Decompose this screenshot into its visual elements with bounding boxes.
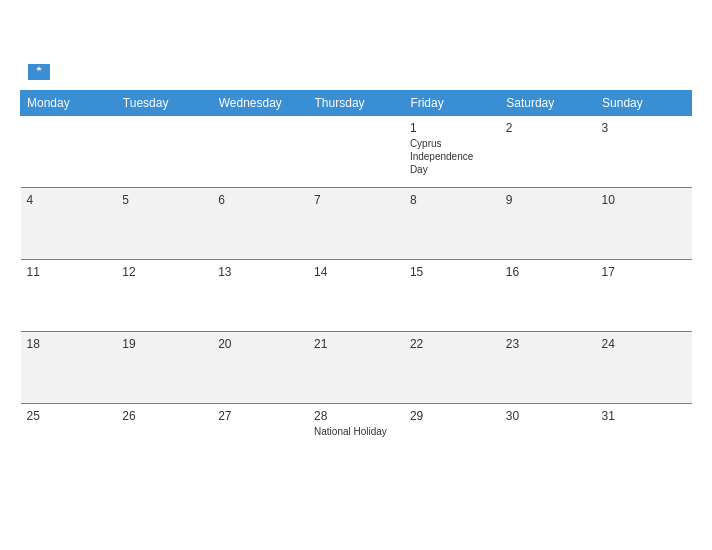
day-cell-5-3: 27 [212, 404, 308, 476]
day-cell-2-3: 6 [212, 188, 308, 260]
day-cell-3-3: 13 [212, 260, 308, 332]
day-number: 11 [27, 265, 111, 279]
day-cell-1-6: 2 [500, 116, 596, 188]
week-row-2: 45678910 [21, 188, 692, 260]
day-number: 1 [410, 121, 494, 135]
svg-rect-1 [28, 72, 50, 80]
day-cell-1-7: 3 [596, 116, 692, 188]
day-number: 29 [410, 409, 494, 423]
day-number: 10 [602, 193, 686, 207]
day-cell-4-7: 24 [596, 332, 692, 404]
day-number: 7 [314, 193, 398, 207]
day-number: 27 [218, 409, 302, 423]
week-row-4: 18192021222324 [21, 332, 692, 404]
header-wednesday: Wednesday [212, 91, 308, 116]
day-number: 13 [218, 265, 302, 279]
day-cell-1-2 [116, 116, 212, 188]
weekday-header-row: Monday Tuesday Wednesday Thursday Friday… [21, 91, 692, 116]
day-number: 18 [27, 337, 111, 351]
day-cell-5-1: 25 [21, 404, 117, 476]
day-number: 2 [506, 121, 590, 135]
day-number: 30 [506, 409, 590, 423]
day-number: 9 [506, 193, 590, 207]
day-number: 19 [122, 337, 206, 351]
day-cell-2-4: 7 [308, 188, 404, 260]
day-cell-1-3 [212, 116, 308, 188]
day-cell-3-6: 16 [500, 260, 596, 332]
day-cell-5-5: 29 [404, 404, 500, 476]
day-number: 23 [506, 337, 590, 351]
header-tuesday: Tuesday [116, 91, 212, 116]
day-number: 16 [506, 265, 590, 279]
holiday-label: National Holiday [314, 425, 398, 438]
day-cell-2-2: 5 [116, 188, 212, 260]
day-number: 31 [602, 409, 686, 423]
day-cell-1-4 [308, 116, 404, 188]
day-cell-5-6: 30 [500, 404, 596, 476]
day-cell-3-1: 11 [21, 260, 117, 332]
day-cell-4-5: 22 [404, 332, 500, 404]
holiday-label: Cyprus Independence Day [410, 137, 494, 176]
day-number: 22 [410, 337, 494, 351]
day-cell-3-2: 12 [116, 260, 212, 332]
day-number: 4 [27, 193, 111, 207]
day-number: 15 [410, 265, 494, 279]
day-number: 20 [218, 337, 302, 351]
header-sunday: Sunday [596, 91, 692, 116]
header-monday: Monday [21, 91, 117, 116]
day-number: 25 [27, 409, 111, 423]
day-number: 8 [410, 193, 494, 207]
day-cell-1-5: 1Cyprus Independence Day [404, 116, 500, 188]
day-cell-4-3: 20 [212, 332, 308, 404]
day-cell-2-7: 10 [596, 188, 692, 260]
day-cell-2-1: 4 [21, 188, 117, 260]
day-cell-3-7: 17 [596, 260, 692, 332]
week-row-5: 25262728National Holiday293031 [21, 404, 692, 476]
day-cell-4-4: 21 [308, 332, 404, 404]
week-row-1: 1Cyprus Independence Day23 [21, 116, 692, 188]
logo-flag-icon [28, 64, 50, 80]
day-number: 14 [314, 265, 398, 279]
week-row-3: 11121314151617 [21, 260, 692, 332]
day-number: 5 [122, 193, 206, 207]
day-number: 3 [602, 121, 686, 135]
day-cell-5-2: 26 [116, 404, 212, 476]
day-cell-2-6: 9 [500, 188, 596, 260]
day-number: 24 [602, 337, 686, 351]
header-thursday: Thursday [308, 91, 404, 116]
day-cell-2-5: 8 [404, 188, 500, 260]
day-cell-5-7: 31 [596, 404, 692, 476]
day-number: 28 [314, 409, 398, 423]
header-saturday: Saturday [500, 91, 596, 116]
day-cell-5-4: 28National Holiday [308, 404, 404, 476]
calendar-header [20, 64, 692, 80]
day-cell-4-6: 23 [500, 332, 596, 404]
calendar-grid: Monday Tuesday Wednesday Thursday Friday… [20, 90, 692, 476]
day-cell-4-1: 18 [21, 332, 117, 404]
logo [24, 64, 52, 80]
day-number: 17 [602, 265, 686, 279]
day-number: 6 [218, 193, 302, 207]
day-number: 26 [122, 409, 206, 423]
day-number: 12 [122, 265, 206, 279]
calendar-container: Monday Tuesday Wednesday Thursday Friday… [10, 54, 702, 496]
day-cell-1-1 [21, 116, 117, 188]
header-friday: Friday [404, 91, 500, 116]
day-number: 21 [314, 337, 398, 351]
day-cell-3-5: 15 [404, 260, 500, 332]
day-cell-3-4: 14 [308, 260, 404, 332]
day-cell-4-2: 19 [116, 332, 212, 404]
